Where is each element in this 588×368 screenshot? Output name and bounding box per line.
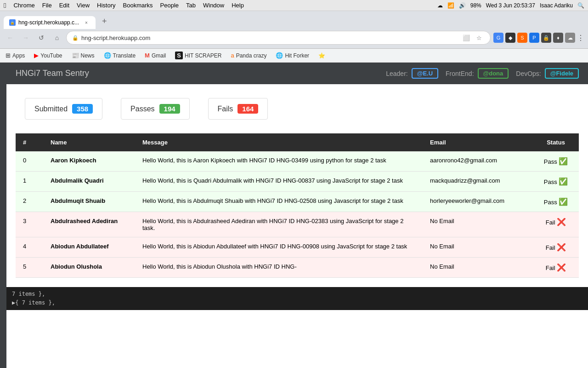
menu-edit[interactable]: Edit <box>59 2 69 9</box>
active-tab[interactable]: 🔒 hng-script.herokuapp.c... × <box>4 16 96 29</box>
browser-menu-button[interactable]: ⋮ <box>577 34 584 42</box>
menu-tab[interactable]: Tab <box>186 2 196 9</box>
cell-name: Abdulmalik Quadri <box>43 172 135 192</box>
tab-close-button[interactable]: × <box>83 19 90 26</box>
cell-status: Fail ❌ <box>533 258 579 278</box>
header-right: Leader: @E.U FrontEnd: @dona DevOps: @Fi… <box>386 68 579 79</box>
frontend-badge: @dona <box>478 68 509 79</box>
bookmark-panda[interactable]: a Panda crazy <box>229 51 268 60</box>
cell-email: No Email <box>423 237 533 258</box>
cell-name: Abiodun Abdullateef <box>43 237 135 258</box>
back-button[interactable]: ← <box>4 31 17 44</box>
url-text: hng-script.herokuapp.com <box>81 34 150 41</box>
status-label: Pass <box>544 158 557 165</box>
sidebar-stripe <box>0 63 6 368</box>
ext-icon-2[interactable]: ◆ <box>505 33 515 43</box>
cell-status: Pass ✅ <box>533 151 579 172</box>
cell-status: Pass ✅ <box>533 192 579 212</box>
main-content: HNGi7 Team Sentry Leader: @E.U FrontEnd:… <box>6 63 588 368</box>
bookmark-translate[interactable]: 🌐 Translate <box>102 51 138 60</box>
ext-icon-6[interactable]: ♦ <box>553 33 563 43</box>
apple-menu[interactable]:  <box>4 1 6 9</box>
wifi-icon: 📶 <box>447 2 454 9</box>
ext-icon-7[interactable]: ☁ <box>565 33 575 43</box>
ext-icon-4[interactable]: P <box>529 33 539 43</box>
menubar:  Chrome File Edit View History Bookmark… <box>0 0 588 11</box>
bookmark-apps[interactable]: ⊞ Apps <box>4 51 27 60</box>
leader-label: Leader: <box>386 70 407 77</box>
table-row: 1 Abdulmalik Quadri Hello World, this is… <box>16 172 579 192</box>
menu-people[interactable]: People <box>160 2 179 9</box>
home-button[interactable]: ⌂ <box>51 31 63 44</box>
cell-num: 2 <box>16 192 43 212</box>
bookmark-star[interactable]: ⭐ <box>317 52 327 60</box>
status-label: Fail <box>546 264 555 271</box>
volume-icon: 🔊 <box>459 2 466 9</box>
bookmark-youtube-label: YouTube <box>40 52 62 59</box>
hit-scraper-icon: S <box>175 52 183 59</box>
cell-num: 3 <box>16 212 43 237</box>
bookmark-hit-forker-label: Hit Forker <box>285 52 309 59</box>
devops-label: DevOps: <box>516 70 541 77</box>
submitted-label: Submitted <box>34 105 68 113</box>
table-row: 5 Abiodun Olushola Hello World, this is … <box>16 258 579 278</box>
tab-bar: 🔒 hng-script.herokuapp.c... × + <box>0 11 588 29</box>
url-bar[interactable]: 🔒 hng-script.herokuapp.com ⬜ ☆ <box>66 31 491 45</box>
forward-button[interactable]: → <box>19 31 32 44</box>
cell-num: 4 <box>16 237 43 258</box>
cell-num: 0 <box>16 151 43 172</box>
devtools-line-2: ▶{ 7 items }, <box>12 299 582 307</box>
col-header-message: Message <box>135 133 423 151</box>
ext-icon-1[interactable]: G <box>493 33 503 43</box>
cell-message: Hello World, this is Abdulmuqit Shuaib w… <box>135 192 423 212</box>
menu-file[interactable]: File <box>42 2 52 9</box>
extensions-bar: G ◆ S P 🔒 ♦ ☁ ⋮ <box>493 33 584 43</box>
passes-stat: Passes 194 <box>121 98 190 120</box>
tab-title: hng-script.herokuapp.c... <box>18 19 79 26</box>
translate-icon: 🌐 <box>104 52 111 59</box>
bookmark-hit-scraper[interactable]: S HIT SCRAPER <box>173 51 223 60</box>
browser-chrome: 🔒 hng-script.herokuapp.c... × + ← → ↺ ⌂ … <box>0 11 588 49</box>
pass-check-icon: ✅ <box>559 178 568 185</box>
bookmark-news[interactable]: 📰 News <box>70 51 96 60</box>
ext-icon-3[interactable]: S <box>517 33 527 43</box>
cell-email: No Email <box>423 258 533 278</box>
bookmark-star-icon[interactable]: ☆ <box>474 32 485 43</box>
table-row: 3 Abdulrasheed Adediran Hello World, thi… <box>16 212 579 237</box>
menu-bookmarks[interactable]: Bookmarks <box>123 2 153 9</box>
menu-view[interactable]: View <box>77 2 90 9</box>
bookmark-youtube[interactable]: ▶ YouTube <box>32 51 64 60</box>
cast-icon: ⬜ <box>461 32 472 43</box>
menu-window[interactable]: Window <box>203 2 224 9</box>
menu-chrome[interactable]: Chrome <box>13 2 34 9</box>
leader-role: Leader: @E.U <box>386 68 438 79</box>
new-tab-button[interactable]: + <box>97 14 112 29</box>
bookmark-hit-forker[interactable]: 🌐 Hit Forker <box>274 51 311 60</box>
pass-check-icon: ✅ <box>559 157 568 165</box>
table-row: 0 Aaron Kipkoech Hello World, this is Aa… <box>16 151 579 172</box>
menubar-right: ☁ 📶 🔊 98% Wed 3 Jun 20:53:37 Isaac Adari… <box>437 2 584 9</box>
user-name: Isaac Adariku <box>540 2 573 9</box>
address-bar: ← → ↺ ⌂ 🔒 hng-script.herokuapp.com ⬜ ☆ G… <box>0 29 588 48</box>
cell-message: Hello World, this is Aaron Kipkoech with… <box>135 151 423 172</box>
cell-status: Pass ✅ <box>533 172 579 192</box>
cell-name: Aaron Kipkoech <box>43 151 135 172</box>
fail-x-icon: ❌ <box>557 264 566 271</box>
table-header-row: # Name Message Email Status <box>16 133 579 151</box>
col-header-num: # <box>16 133 43 151</box>
bookmark-translate-label: Translate <box>113 52 136 59</box>
cell-num: 1 <box>16 172 43 192</box>
bookmark-news-label: News <box>81 52 95 59</box>
bookmark-gmail[interactable]: M Gmail <box>143 51 168 60</box>
cell-name: Abiodun Olushola <box>43 258 135 278</box>
fails-stat: Fails 164 <box>208 98 268 120</box>
search-icon[interactable]: 🔍 <box>577 2 584 9</box>
refresh-button[interactable]: ↺ <box>35 31 48 44</box>
ext-icon-5[interactable]: 🔒 <box>541 33 551 43</box>
cell-message: Hello World, this is Abiodun Olushola wi… <box>135 258 423 278</box>
results-table: # Name Message Email Status 0 Aaron Kipk… <box>16 133 579 278</box>
cell-email: horleryeeworler@gmail.com <box>423 192 533 212</box>
cell-email: mackquadrizz@gmail.com <box>423 172 533 192</box>
menu-help[interactable]: Help <box>232 2 244 9</box>
menu-history[interactable]: History <box>97 2 115 9</box>
